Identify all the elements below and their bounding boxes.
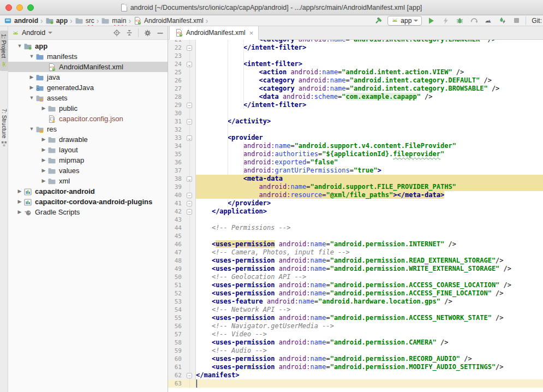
code-line[interactable]: 53 <uses-feature android:name="android.h… bbox=[168, 298, 543, 306]
code-line-text[interactable]: </provider> bbox=[196, 199, 543, 207]
code-line-text[interactable]: <uses-permission android:name="android.p… bbox=[196, 257, 543, 265]
fold-start-icon[interactable]: ⌄ bbox=[187, 62, 192, 67]
tool-window-tab-structure[interactable]: 7: Structure bbox=[1, 105, 8, 150]
locate-icon[interactable] bbox=[113, 29, 121, 37]
code-line-text[interactable]: <data android:scheme="com.example.capapp… bbox=[196, 93, 543, 101]
tree-item-res[interactable]: ▼res bbox=[8, 124, 168, 134]
code-line-text[interactable]: android:name="android.support.FILE_PROVI… bbox=[196, 183, 543, 191]
close-icon[interactable]: × bbox=[249, 29, 254, 37]
code-line-text[interactable]: <uses-permission android:name="android.p… bbox=[196, 289, 543, 298]
chevron-right-icon[interactable]: ▶ bbox=[40, 106, 47, 111]
tree-item-generatedjava[interactable]: ▶generatedJava bbox=[8, 82, 168, 93]
code-line-text[interactable] bbox=[196, 379, 543, 388]
code-line-text[interactable]: <category android:name="android.intent.c… bbox=[196, 76, 543, 85]
settings-gear-icon[interactable] bbox=[144, 29, 152, 37]
profiler-button[interactable] bbox=[483, 16, 493, 26]
chevron-down-icon[interactable]: ▼ bbox=[28, 54, 35, 59]
code-line-text[interactable]: <!-- Network API --> bbox=[196, 306, 543, 314]
chevron-right-icon[interactable]: ▶ bbox=[40, 179, 47, 183]
code-line[interactable]: 22− </intent-filter> bbox=[168, 44, 543, 52]
code-line-text[interactable]: <!-- Audio --> bbox=[196, 347, 543, 355]
code-line-text[interactable]: <uses-permission android:name="android.p… bbox=[196, 281, 543, 289]
code-line[interactable]: 24⌄ <intent-filter> bbox=[168, 60, 543, 68]
code-line-text[interactable] bbox=[196, 232, 543, 240]
coverage-button[interactable] bbox=[469, 16, 479, 26]
fold-start-icon[interactable]: ⌄ bbox=[187, 176, 192, 182]
chevron-right-icon[interactable]: ▶ bbox=[28, 75, 35, 80]
fold-end-icon[interactable]: − bbox=[187, 201, 192, 206]
debug-button[interactable] bbox=[455, 16, 464, 26]
tree-item-assets[interactable]: ▼assets bbox=[8, 93, 168, 103]
apply-changes-button[interactable] bbox=[440, 16, 450, 26]
code-line-text[interactable]: <intent-filter> bbox=[196, 60, 543, 68]
chevron-down-icon[interactable]: ▼ bbox=[28, 96, 35, 100]
code-line-text[interactable]: android:authorities="${applicationId}.fi… bbox=[196, 150, 543, 158]
code-line[interactable]: 21 <category android:name="android.inten… bbox=[168, 40, 543, 44]
code-line-text[interactable]: <!-- Navigator.getUserMedia --> bbox=[196, 322, 543, 330]
code-line[interactable]: 32 bbox=[168, 126, 543, 134]
tree-item-app[interactable]: ▼app bbox=[8, 41, 168, 51]
fold-end-icon[interactable]: − bbox=[187, 119, 192, 124]
chevron-right-icon[interactable]: ▶ bbox=[16, 199, 23, 204]
code-line-text[interactable]: <!-- Geolocation API --> bbox=[196, 273, 543, 281]
code-line[interactable]: 43 bbox=[168, 216, 543, 224]
code-line[interactable]: 35 android:authorities="${applicationId}… bbox=[168, 150, 543, 158]
code-line[interactable]: 62−</manifest> bbox=[168, 371, 543, 379]
run-configuration-select[interactable]: app bbox=[387, 16, 422, 26]
hide-panel-icon[interactable] bbox=[157, 29, 164, 37]
tool-window-tab-project[interactable]: 1: Project bbox=[0, 31, 8, 71]
code-line-text[interactable]: <uses-permission android:name="android.p… bbox=[196, 265, 543, 273]
fold-end-icon[interactable]: − bbox=[187, 373, 192, 378]
chevron-down-icon[interactable]: ▼ bbox=[16, 44, 23, 49]
code-line[interactable]: 39 android:name="android.support.FILE_PR… bbox=[168, 183, 543, 191]
code-line-text[interactable]: <!-- Camera, Photos, input file --> bbox=[196, 248, 543, 257]
collapse-all-icon[interactable] bbox=[126, 29, 133, 37]
tree-item-values[interactable]: ▶values bbox=[8, 165, 168, 176]
code-line[interactable]: 51 <uses-permission android:name="androi… bbox=[168, 281, 543, 289]
tree-item-java[interactable]: ▶java bbox=[8, 72, 168, 82]
tree-item-manifests[interactable]: ▼manifests bbox=[8, 51, 168, 62]
chevron-right-icon[interactable]: ▶ bbox=[40, 137, 47, 142]
tree-item-capacitor-config-json[interactable]: {}capacitor.config.json bbox=[8, 114, 168, 124]
code-line-text[interactable]: android:resource="@xml/file_paths"></met… bbox=[196, 191, 543, 199]
fold-end-icon[interactable]: − bbox=[187, 193, 192, 198]
code-line[interactable]: 63 bbox=[168, 379, 543, 388]
fold-end-icon[interactable]: − bbox=[187, 103, 192, 108]
code-line-text[interactable]: <provider bbox=[196, 134, 543, 142]
code-line[interactable]: 61 <uses-permission android:name="androi… bbox=[168, 363, 543, 371]
code-line-text[interactable]: </manifest> bbox=[196, 371, 543, 379]
breadcrumb-item[interactable]: app bbox=[45, 16, 68, 25]
attach-debugger-button[interactable] bbox=[497, 16, 507, 26]
code-line-text[interactable]: android:exported="false" bbox=[196, 158, 543, 167]
chevron-right-icon[interactable]: ▶ bbox=[40, 147, 47, 152]
breadcrumb-item[interactable]: src bbox=[74, 16, 95, 25]
code-line[interactable]: 57 <!-- Video --> bbox=[168, 330, 543, 338]
code-line-text[interactable]: <uses-feature android:name="android.hard… bbox=[196, 298, 543, 306]
minimize-window-button[interactable] bbox=[16, 4, 23, 11]
code-line-text[interactable] bbox=[196, 52, 543, 60]
chevron-right-icon[interactable]: ▶ bbox=[40, 168, 47, 173]
code-line-text[interactable]: <category android:name="android.intent.c… bbox=[196, 85, 543, 93]
code-line[interactable]: 41− </provider> bbox=[168, 199, 543, 207]
chevron-right-icon[interactable]: ▶ bbox=[40, 158, 47, 163]
tree-item-xml[interactable]: ▶xml bbox=[8, 176, 168, 186]
code-line-text[interactable]: <category android:name="android.intent.c… bbox=[196, 40, 543, 44]
code-line-text[interactable]: <uses-permission android:name="android.p… bbox=[196, 338, 543, 347]
code-line-text[interactable]: <uses-permission android:name="android.p… bbox=[196, 240, 543, 248]
fold-start-icon[interactable]: ⌄ bbox=[187, 135, 192, 141]
code-line[interactable]: 47 <!-- Camera, Photos, input file --> bbox=[168, 248, 543, 257]
code-line-text[interactable]: <meta-data bbox=[196, 175, 543, 183]
code-line[interactable]: 28 <data android:scheme="com.example.cap… bbox=[168, 93, 543, 101]
tree-item-gradle-scripts[interactable]: ▶Gradle Scripts bbox=[8, 207, 168, 217]
code-line[interactable]: 36 android:exported="false" bbox=[168, 158, 543, 167]
tree-item-androidmanifest-xml[interactable]: <>AndroidManifest.xml bbox=[8, 62, 168, 72]
code-line[interactable]: 56 <!-- Navigator.getUserMedia --> bbox=[168, 322, 543, 330]
chevron-down-icon[interactable]: ▼ bbox=[28, 127, 35, 132]
code-line-text[interactable] bbox=[196, 216, 543, 224]
run-button[interactable] bbox=[426, 16, 436, 26]
code-line[interactable]: 55 <uses-permission android:name="androi… bbox=[168, 314, 543, 322]
tree-item-capacitor-cordova-android-plugins[interactable]: ▶capacitor-cordova-android-plugins bbox=[8, 197, 168, 207]
code-line-text[interactable]: </intent-filter> bbox=[196, 44, 543, 52]
code-line[interactable]: 26 <category android:name="android.inten… bbox=[168, 76, 543, 85]
code-line-text[interactable] bbox=[196, 109, 543, 117]
